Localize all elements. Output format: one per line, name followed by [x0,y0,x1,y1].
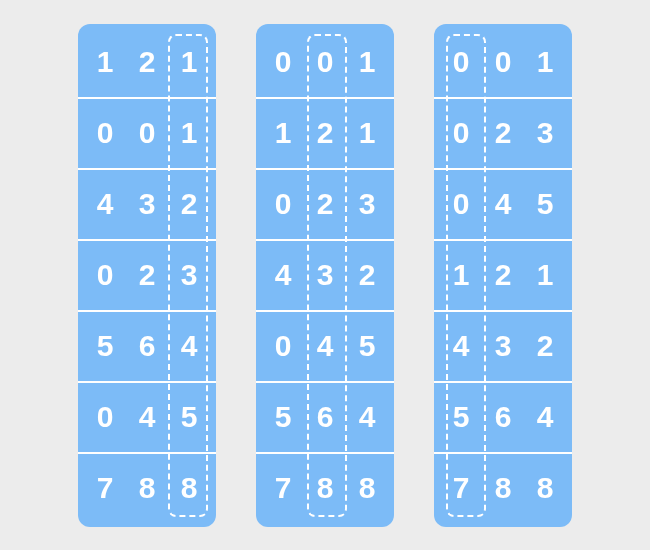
digit: 0 [447,187,475,221]
digit: 4 [531,400,559,434]
table-row: 1 2 1 [434,239,572,310]
digit: 2 [311,187,339,221]
digit: 5 [91,329,119,363]
digit: 0 [311,45,339,79]
digit: 4 [353,400,381,434]
table-row: 0 0 1 [434,28,572,97]
column-2-rows: 0 0 1 0 2 3 0 4 5 1 2 1 4 3 2 5 6 4 [434,28,572,523]
digit: 6 [311,400,339,434]
digit: 4 [311,329,339,363]
digit: 3 [353,187,381,221]
digit: 4 [269,258,297,292]
digit: 6 [133,329,161,363]
digit: 4 [133,400,161,434]
digit: 8 [531,471,559,505]
table-row: 4 3 2 [256,239,394,310]
digit: 2 [353,258,381,292]
digit: 4 [175,329,203,363]
digit: 0 [91,116,119,150]
table-row: 7 8 8 [256,452,394,523]
digit: 3 [175,258,203,292]
digit: 4 [489,187,517,221]
column-1: 0 0 1 1 2 1 0 2 3 4 3 2 0 4 5 5 6 4 [256,24,394,527]
table-row: 5 6 4 [256,381,394,452]
digit: 7 [269,471,297,505]
digit: 2 [133,258,161,292]
digit: 0 [133,116,161,150]
column-1-rows: 0 0 1 1 2 1 0 2 3 4 3 2 0 4 5 5 6 4 [256,28,394,523]
table-row: 0 0 1 [256,28,394,97]
table-row: 0 2 3 [434,97,572,168]
table-row: 7 8 8 [434,452,572,523]
digit: 1 [353,116,381,150]
digit: 7 [447,471,475,505]
digit: 0 [489,45,517,79]
digit: 0 [269,329,297,363]
table-row: 4 3 2 [434,310,572,381]
digit: 2 [311,116,339,150]
digit: 2 [175,187,203,221]
digit: 2 [133,45,161,79]
digit: 1 [175,116,203,150]
table-row: 4 3 2 [78,168,216,239]
digit: 3 [489,329,517,363]
digit: 0 [91,258,119,292]
table-row: 0 4 5 [78,381,216,452]
column-0: 1 2 1 0 0 1 4 3 2 0 2 3 5 6 4 0 4 5 [78,24,216,527]
table-row: 5 6 4 [78,310,216,381]
table-row: 0 0 1 [78,97,216,168]
digit: 1 [531,45,559,79]
digit: 8 [175,471,203,505]
digit: 0 [447,45,475,79]
table-row: 0 4 5 [434,168,572,239]
digit: 1 [269,116,297,150]
digit: 0 [269,187,297,221]
digit: 1 [531,258,559,292]
digit: 5 [447,400,475,434]
digit: 3 [133,187,161,221]
digit: 7 [91,471,119,505]
digit: 5 [531,187,559,221]
digit: 8 [311,471,339,505]
digit: 1 [447,258,475,292]
digit: 4 [447,329,475,363]
digit: 3 [311,258,339,292]
digit: 5 [269,400,297,434]
digit: 5 [175,400,203,434]
digit: 8 [353,471,381,505]
digit: 3 [531,116,559,150]
digit: 0 [91,400,119,434]
table-row: 0 2 3 [78,239,216,310]
digit: 2 [489,258,517,292]
table-row: 0 4 5 [256,310,394,381]
digit: 2 [531,329,559,363]
table-row: 0 2 3 [256,168,394,239]
digit: 0 [447,116,475,150]
table-row: 1 2 1 [256,97,394,168]
digit: 8 [489,471,517,505]
digit: 1 [91,45,119,79]
digit: 5 [353,329,381,363]
digit: 1 [353,45,381,79]
column-0-rows: 1 2 1 0 0 1 4 3 2 0 2 3 5 6 4 0 4 5 [78,28,216,523]
digit: 6 [489,400,517,434]
table-row: 1 2 1 [78,28,216,97]
digit: 4 [91,187,119,221]
digit: 1 [175,45,203,79]
digit: 8 [133,471,161,505]
digit: 0 [269,45,297,79]
table-row: 7 8 8 [78,452,216,523]
digit: 2 [489,116,517,150]
column-2: 0 0 1 0 2 3 0 4 5 1 2 1 4 3 2 5 6 4 [434,24,572,527]
table-row: 5 6 4 [434,381,572,452]
